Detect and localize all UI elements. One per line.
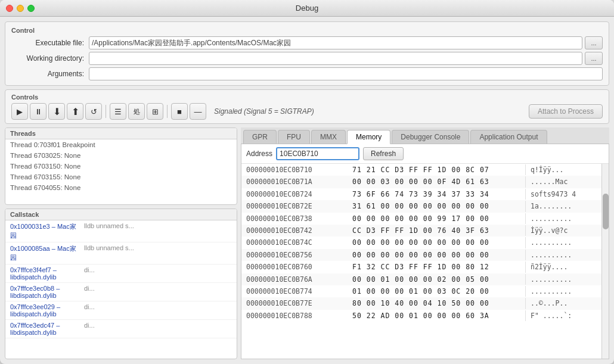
mem-ascii: .......... [525,250,597,260]
mem-ascii: F" .....`: [525,310,597,321]
threads-list[interactable]: Thread 0:703f01 BreakpointThread 6703025… [5,139,237,204]
step-over-button[interactable]: ⬇ [48,103,65,120]
tabs-bar: GPRFPUMMXMemoryDebugger ConsoleApplicati… [241,127,609,144]
callstack-list[interactable]: 0x1000031e3 – Mac家园lldb unnamed s...0x10… [5,220,237,359]
memory-row: 000000010EC0B72E31 61 00 00 00 00 00 00 … [241,200,601,212]
working-dir-input[interactable] [89,52,582,65]
callstack-box: Callstack 0x1000031e3 – Mac家园lldb unname… [5,209,237,359]
tab-gpr[interactable]: GPR [243,130,277,144]
right-panel: GPRFPUMMXMemoryDebugger ConsoleApplicati… [241,127,609,359]
control-label: Control [11,27,603,34]
mem-ascii: .......... [525,274,597,285]
source-button[interactable]: ☰ [110,103,126,120]
memory-row: 000000010EC0B77401 00 00 00 01 00 03 0C … [241,285,601,297]
memory-row: 000000010EC0B78850 22 AD 00 01 00 00 00 … [241,310,601,322]
titlebar: Debug [0,0,614,17]
mem-ascii: .......... [525,213,597,224]
callstack-lib: lldb unnamed s... [84,222,134,240]
arguments-row: Arguments: [11,67,603,80]
maximize-button[interactable] [27,5,35,12]
thread-item[interactable]: Thread 6704055: None [5,182,237,193]
mem-ascii: ñ2İÿÿ.... [525,262,597,272]
arguments-input[interactable] [89,67,603,80]
close-button[interactable] [6,5,13,12]
scrollbar-thumb[interactable] [603,194,609,229]
separator-1 [106,105,106,118]
controls-toolbar: ▶ ⏸ ⬇ ⬆ ↺ ☰ 処 ⊞ ■ — Signaled (Signal 5 =… [11,103,603,120]
executable-label: Executable file: [11,39,89,47]
mem-addr: 000000010EC0B77E [246,298,348,309]
mem-hex: 50 22 AD 00 01 00 00 00 60 3A [352,310,520,321]
tab-application-output[interactable]: Application Output [470,130,547,144]
working-dir-browse-button[interactable]: ... [585,52,603,65]
mem-addr: 000000010EC0B756 [246,250,348,260]
callstack-item[interactable]: 0x7fffce3ee029 – libdispatch.dylibdi... [5,301,237,320]
memory-row: 000000010EC0B71071 21 CC D3 FF FF 1D 00 … [241,164,601,176]
address-label: Address [246,150,272,158]
mem-addr: 000000010EC0B774 [246,286,348,297]
minus-button[interactable]: — [190,103,206,120]
executable-input[interactable] [89,36,582,49]
memory-content: Address Refresh 000000010EC0B71071 21 CC… [241,144,609,359]
memory-row: 000000010EC0B760F1 32 CC D3 FF FF 1D 00 … [241,261,601,273]
thread-item[interactable]: Thread 6703025: None [5,150,237,161]
mem-hex: 73 6F 66 74 73 39 34 37 33 34 [352,189,520,200]
threads-panel: Threads Thread 0:703f01 BreakpointThread… [5,127,237,359]
callstack-lib: di... [84,303,95,318]
callstack-addr: 0x7fffce3ec0b8 – libdispatch.dylib [10,285,82,299]
memory-row: 000000010EC0B75600 00 00 00 00 00 00 00 … [241,249,601,261]
memory-row: 000000010EC0B74C00 00 00 00 00 00 00 00 … [241,237,601,248]
mem-addr: 000000010EC0B742 [246,225,348,236]
callstack-addr: 0x1000031e3 – Mac家园 [10,222,82,240]
scrollbar[interactable] [601,164,609,359]
tab-memory[interactable]: Memory [347,130,390,144]
mem-ascii: İÿÿ..v@?c [525,225,597,236]
refresh-button[interactable]: Refresh [363,147,404,160]
disasm-button[interactable]: 処 [128,103,145,120]
main-area: Threads Thread 0:703f01 BreakpointThread… [5,127,609,359]
thread-item[interactable]: Thread 0:703f01 Breakpoint [5,139,237,150]
pause-button[interactable]: ⏸ [30,103,46,120]
mem-addr: 000000010EC0B76A [246,274,348,285]
memory-row: 000000010EC0B76A00 00 01 00 00 00 02 00 … [241,273,601,285]
main-content: Control Executable file: ... Working dir… [0,17,614,364]
callstack-addr: 0x7fffce3f4ef7 – libdispatch.dylib [10,266,82,281]
callstack-item[interactable]: 0x7fffce3edc47 – libdispatch.dylibdi... [5,320,237,338]
callstack-addr: 0x7fffce3ee029 – libdispatch.dylib [10,303,82,318]
thread-item[interactable]: Thread 6703155: None [5,172,237,182]
memory-table: 000000010EC0B71071 21 CC D3 FF FF 1D 00 … [241,164,601,359]
working-dir-row: Working directory: ... [11,52,603,65]
callstack-lib: di... [84,266,95,281]
run-button[interactable]: ▶ [11,103,28,120]
callstack-item[interactable]: 0x7fffce3f4ef7 – libdispatch.dylibdi... [5,265,237,283]
mem-hex: 00 00 00 00 00 00 99 17 00 00 [352,213,520,224]
tab-debugger-console[interactable]: Debugger Console [392,130,469,144]
mem-hex: 00 00 00 00 00 00 00 00 00 00 [352,237,520,248]
window-title: Debug [296,4,318,13]
attach-to-process-button[interactable]: Attach to Process [529,104,603,119]
more-button[interactable]: ⊞ [147,103,163,120]
stop-button[interactable]: ■ [171,103,188,120]
tab-mmx[interactable]: MMX [311,130,346,144]
separator-2 [167,105,168,118]
step-back-button[interactable]: ↺ [85,103,102,120]
callstack-lib: di... [84,285,95,299]
callstack-item[interactable]: 0x1000085aa – Mac家园lldb unnamed s... [5,242,237,265]
mem-hex: 01 00 00 00 01 00 03 0C 20 00 [352,286,520,297]
thread-item[interactable]: Thread 6703150: None [5,161,237,172]
arguments-label: Arguments: [11,70,89,78]
callstack-item[interactable]: 0x1000031e3 – Mac家园lldb unnamed s... [5,220,237,242]
minimize-button[interactable] [17,5,24,12]
callstack-item[interactable]: 0x7fffce3ec0b8 – libdispatch.dylibdi... [5,283,237,301]
signal-text: Signaled (Signal 5 = SIGTRAP) [214,107,314,116]
callstack-addr: 0x1000085aa – Mac家园 [10,244,82,262]
address-input[interactable] [276,147,359,160]
tab-fpu[interactable]: FPU [278,130,310,144]
mem-ascii: softs9473 4 [525,189,597,200]
step-out-button[interactable]: ⬆ [67,103,83,120]
callstack-addr: 0x7fffce3edc47 – libdispatch.dylib [10,322,82,336]
executable-row: Executable file: ... [11,36,603,49]
callstack-lib: lldb unnamed s... [84,244,134,262]
memory-row: 000000010EC0B72473 6F 66 74 73 39 34 37 … [241,188,601,200]
executable-browse-button[interactable]: ... [585,36,603,49]
